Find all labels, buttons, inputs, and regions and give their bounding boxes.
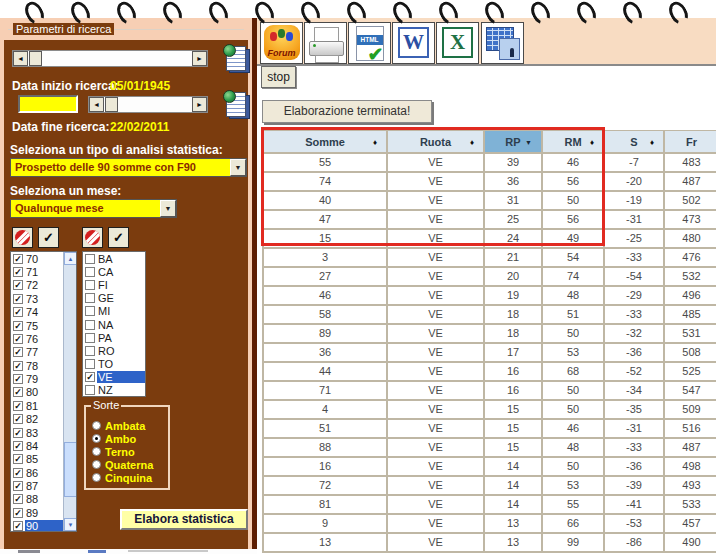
list-item[interactable]: ✓76 (11, 332, 63, 345)
list-item[interactable]: ✓82 (11, 413, 63, 426)
list-item[interactable]: ✓80 (11, 386, 63, 399)
list-item[interactable]: CA (83, 265, 145, 278)
list-item[interactable]: TO (83, 358, 145, 371)
list-item[interactable]: ✓85 (11, 453, 63, 466)
table-row[interactable]: 3VE2154-33476 (264, 249, 716, 268)
excel-export-button[interactable]: X (436, 22, 479, 64)
checkbox[interactable] (85, 359, 95, 369)
scroll-right-button[interactable]: ► (192, 97, 207, 112)
checkbox[interactable]: ✓ (13, 280, 23, 290)
checkbox[interactable]: ✓ (13, 374, 23, 384)
checkbox[interactable]: ✓ (13, 414, 23, 424)
radio-button[interactable] (92, 473, 101, 482)
list-item[interactable]: ✓83 (11, 426, 63, 439)
stop-button[interactable]: stop (261, 66, 296, 88)
sorte-option[interactable]: Ambata (92, 419, 153, 432)
list-item[interactable]: ✓VE (83, 371, 145, 384)
table-row[interactable]: 13VE1399-86490 (264, 534, 716, 553)
table-row[interactable]: 27VE2074-54532 (264, 268, 716, 287)
list-item[interactable]: ✓89 (11, 506, 63, 519)
list-item[interactable]: ✓84 (11, 439, 63, 452)
column-header-ruota[interactable]: Ruota ♦ (388, 131, 485, 152)
forum-button[interactable]: Forum (260, 22, 303, 64)
list-item[interactable]: ✓73 (11, 292, 63, 305)
list-item[interactable]: ✓74 (11, 306, 63, 319)
checkbox[interactable] (85, 320, 95, 330)
scrollbar-track[interactable] (28, 51, 192, 66)
table-row[interactable]: 46VE1948-29496 (264, 287, 716, 306)
table-row[interactable]: 16VE1450-36498 (264, 458, 716, 477)
table-row[interactable]: 36VE1753-36508 (264, 344, 716, 363)
radio-button[interactable] (92, 447, 101, 456)
checkbox[interactable]: ✓ (85, 372, 95, 382)
table-row[interactable]: 81VE1455-41533 (264, 496, 716, 515)
analysis-type-select[interactable]: Prospetto delle 90 somme con F90 ▼ (10, 158, 247, 177)
checkbox[interactable]: ✓ (13, 294, 23, 304)
date-end-scrollbar[interactable]: ◄ ► (88, 96, 208, 113)
chevron-down-icon[interactable]: ▼ (230, 159, 246, 176)
archive-lookup-button[interactable] (223, 44, 250, 73)
sorte-option[interactable]: Terno (92, 445, 153, 458)
checkbox[interactable]: ✓ (13, 401, 23, 411)
table-row[interactable]: 74VE3656-20487 (264, 173, 716, 192)
print-button[interactable] (304, 22, 347, 64)
list-item[interactable]: GE (83, 292, 145, 305)
list-item[interactable]: ✓87 (11, 479, 63, 492)
list-item[interactable]: ✓86 (11, 466, 63, 479)
checkbox[interactable]: ✓ (13, 307, 23, 317)
list-item[interactable]: ✓70 (11, 252, 63, 265)
list-item[interactable]: ✓90 (11, 520, 63, 533)
checkbox[interactable]: ✓ (13, 267, 23, 277)
scrollbar-thumb[interactable] (105, 97, 118, 112)
table-row[interactable]: 55VE3946-7483 (264, 154, 716, 173)
table-row[interactable]: 71VE1650-34547 (264, 382, 716, 401)
date-input[interactable] (18, 95, 78, 113)
table-row[interactable]: 88VE1548-33487 (264, 439, 716, 458)
checkbox[interactable]: ✓ (13, 494, 23, 504)
list-item[interactable]: RO (83, 344, 145, 357)
list-item[interactable]: NZ (83, 384, 145, 397)
table-row[interactable]: 40VE3150-19502 (264, 192, 716, 211)
scroll-left-button[interactable]: ◄ (13, 51, 28, 66)
table-row[interactable]: 72VE1453-39493 (264, 477, 716, 496)
checkbox[interactable] (85, 254, 95, 264)
table-row[interactable]: 4VE1550-35509 (264, 401, 716, 420)
checkbox[interactable]: ✓ (13, 481, 23, 491)
checkbox[interactable]: ✓ (13, 508, 23, 518)
sorte-option[interactable]: Ambo (92, 432, 153, 445)
statistics-button[interactable] (481, 22, 524, 64)
scroll-right-button[interactable]: ► (192, 51, 207, 66)
list-item[interactable]: ✓79 (11, 372, 63, 385)
checkbox[interactable]: ✓ (13, 454, 23, 464)
list-item[interactable]: ✓81 (11, 399, 63, 412)
radio-button[interactable] (92, 421, 101, 430)
radio-button[interactable] (92, 460, 101, 469)
archive-lookup-button[interactable] (223, 90, 250, 119)
list-item[interactable]: FI (83, 278, 145, 291)
table-row[interactable]: 15VE2449-25480 (264, 230, 716, 249)
wheels-deselect-all-button[interactable] (82, 227, 103, 248)
checkbox[interactable] (85, 385, 95, 395)
date-start-scrollbar[interactable]: ◄ ► (12, 50, 208, 67)
list-item[interactable]: PA (83, 331, 145, 344)
elabora-statistica-button[interactable]: Elabora statistica (120, 509, 248, 530)
scrollbar-track[interactable] (104, 97, 192, 112)
list-item[interactable]: ✓75 (11, 319, 63, 332)
table-row[interactable]: 47VE2556-31473 (264, 211, 716, 230)
list-item[interactable]: ✓72 (11, 279, 63, 292)
checkbox[interactable]: ✓ (13, 254, 23, 264)
sorte-option[interactable]: Cinquina (92, 471, 153, 484)
checkbox[interactable]: ✓ (13, 428, 23, 438)
list-item[interactable]: ✓78 (11, 359, 63, 372)
html-export-button[interactable]: HTML ✔ (348, 22, 391, 64)
column-header-rp[interactable]: RP ▼ (485, 131, 543, 152)
checkbox[interactable]: ✓ (13, 347, 23, 357)
sorte-option[interactable]: Quaterna (92, 458, 153, 471)
scroll-down-button[interactable]: ▼ (64, 518, 77, 531)
numbers-listbox[interactable]: ✓70✓71✓72✓73✓74✓75✓76✓77✓78✓79✓80✓81✓82✓… (10, 251, 77, 532)
checkbox[interactable] (85, 306, 95, 316)
table-row[interactable]: 9VE1366-53457 (264, 515, 716, 534)
checkbox[interactable]: ✓ (13, 521, 23, 531)
checkbox[interactable]: ✓ (13, 334, 23, 344)
numbers-deselect-all-button[interactable] (12, 227, 33, 248)
